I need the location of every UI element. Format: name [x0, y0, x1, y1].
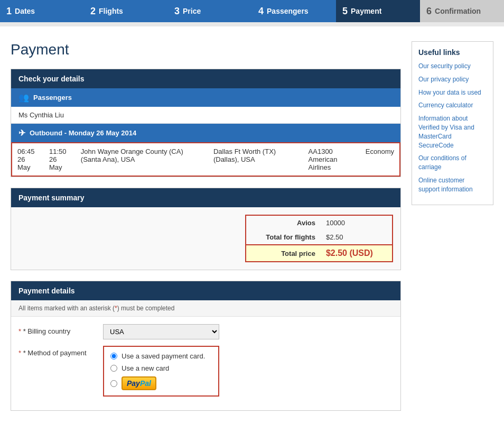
- flight-num: AA1300: [309, 148, 333, 155]
- form-area: * * Billing country USA United Kingdom C…: [11, 317, 400, 410]
- step-payment[interactable]: 5 Payment: [336, 0, 420, 22]
- flight-class: Economy: [360, 143, 400, 176]
- flight-row: 06:45 26 May 11:50 26 May John Wayne Ora…: [12, 143, 400, 176]
- arr-time: 11:50: [49, 148, 67, 155]
- outbound-subheader: ✈ Outbound - Monday 26 May 2014: [11, 124, 400, 142]
- main-container: Payment Check your details 👥 Passengers …: [0, 31, 504, 421]
- avios-row: Avios 10000: [246, 216, 392, 230]
- step-passengers[interactable]: 4 Passengers: [252, 0, 336, 22]
- passengers-label: Passengers: [33, 94, 72, 102]
- step-label-price: Price: [183, 7, 201, 15]
- avios-value: 10000: [321, 216, 392, 230]
- scroll-hint: [0, 22, 504, 26]
- payment-radio-group: Use a saved payment card. Use a new card: [103, 346, 219, 397]
- arr-time-date: 11:50 26 May: [44, 143, 76, 176]
- step-num-3: 3: [174, 6, 180, 17]
- payment-summary-box: Payment summary Avios 10000 Total for fl…: [11, 188, 401, 270]
- summary-table: Avios 10000 Total for flights $2.50 Tota…: [246, 216, 392, 261]
- step-label-passengers: Passengers: [267, 7, 309, 15]
- step-label-dates: Dates: [15, 7, 35, 15]
- passengers-subheader: 👥 Passengers: [11, 88, 400, 107]
- sidebar-title: Useful links: [418, 48, 487, 57]
- step-confirmation[interactable]: 6 Confirmation: [420, 0, 504, 22]
- paypal-option: PayPal: [110, 376, 212, 390]
- total-price-row: Total price $2.50 (USD): [246, 245, 392, 261]
- sidebar-link-data-usage[interactable]: How your data is used: [418, 88, 487, 97]
- payment-details-header: Payment details: [11, 281, 400, 300]
- passenger-name: Ms Cynthia Liu: [18, 111, 64, 119]
- billing-country-row: * * Billing country USA United Kingdom C…: [18, 324, 393, 339]
- saved-card-radio[interactable]: [110, 353, 117, 360]
- step-num-5: 5: [342, 6, 348, 17]
- saved-card-label: Use a saved payment card.: [122, 352, 205, 360]
- sidebar-link-verified[interactable]: Information about Verified by Visa and M…: [418, 114, 487, 150]
- sidebar-link-security[interactable]: Our security policy: [418, 62, 487, 71]
- airline: American Airlines: [309, 155, 338, 171]
- payment-method-row: * * Method of payment Use a saved paymen…: [18, 346, 393, 397]
- paypal-radio[interactable]: [110, 380, 117, 387]
- step-num-4: 4: [258, 6, 264, 17]
- total-flights-value: $2.50: [321, 230, 392, 245]
- step-label-flights: Flights: [99, 7, 123, 15]
- paypal-label: PayPal: [122, 376, 156, 390]
- passenger-name-row: Ms Cynthia Liu: [11, 107, 400, 124]
- content-area: Payment Check your details 👥 Passengers …: [11, 41, 401, 421]
- total-price-label: Total price: [246, 245, 321, 261]
- summary-inner: Avios 10000 Total for flights $2.50 Tota…: [245, 215, 393, 262]
- flight-info: AA1300 American Airlines: [303, 143, 360, 176]
- total-flights-row: Total for flights $2.50: [246, 230, 392, 245]
- step-num-2: 2: [90, 6, 96, 17]
- sidebar-link-privacy[interactable]: Our privacy policy: [418, 75, 487, 84]
- billing-country-label: * * Billing country: [18, 324, 103, 335]
- asterisk-note: All items marked with an asterisk (*) mu…: [11, 300, 400, 317]
- sidebar-link-support[interactable]: Online customer support information: [418, 176, 487, 194]
- payment-method-label: * * Method of payment: [18, 346, 103, 357]
- step-flights[interactable]: 2 Flights: [84, 0, 168, 22]
- arr-date: 26 May: [49, 155, 62, 171]
- origin-airport: John Wayne Orange County (CA) (Santa Ana…: [76, 143, 208, 176]
- payment-method-control: Use a saved payment card. Use a new card: [103, 346, 393, 397]
- step-num-1: 1: [6, 6, 12, 17]
- avios-label: Avios: [246, 216, 321, 230]
- outbound-label: Outbound - Monday 26 May 2014: [30, 129, 136, 137]
- sidebar: Useful links Our security policy Our pri…: [412, 41, 493, 421]
- sidebar-link-conditions[interactable]: Our conditions of carriage: [418, 154, 487, 172]
- asterisk-note-end: ) must be completed: [117, 305, 175, 312]
- summary-content: Avios 10000 Total for flights $2.50 Tota…: [11, 207, 400, 270]
- check-details-header: Check your details: [11, 69, 400, 88]
- billing-country-select[interactable]: USA United Kingdom Canada Australia: [103, 324, 219, 339]
- dest-airport: Dallas Ft Worth (TX) (Dallas), USA: [208, 143, 303, 176]
- progress-bar: 1 Dates 2 Flights 3 Price 4 Passengers 5…: [0, 0, 504, 22]
- check-details-box: Check your details 👥 Passengers Ms Cynth…: [11, 69, 401, 177]
- step-num-6: 6: [426, 6, 432, 17]
- step-label-confirmation: Confirmation: [435, 7, 481, 15]
- step-label-payment: Payment: [351, 7, 381, 15]
- new-card-label: Use a new card: [122, 364, 169, 372]
- dep-date: 26 May: [17, 155, 31, 171]
- new-card-radio[interactable]: [110, 365, 117, 372]
- dep-time: 06:45: [17, 148, 35, 155]
- flight-table: 06:45 26 May 11:50 26 May John Wayne Ora…: [11, 142, 400, 177]
- new-card-option: Use a new card: [110, 364, 212, 372]
- billing-country-control: USA United Kingdom Canada Australia: [103, 324, 393, 339]
- passengers-icon: 👥: [18, 93, 29, 103]
- step-dates[interactable]: 1 Dates: [0, 0, 84, 22]
- step-price[interactable]: 3 Price: [168, 0, 252, 22]
- saved-card-option: Use a saved payment card.: [110, 352, 212, 360]
- payment-summary-header: Payment summary: [11, 188, 400, 207]
- sidebar-link-currency[interactable]: Currency calculator: [418, 101, 487, 110]
- payment-details-box: Payment details All items marked with an…: [11, 281, 401, 411]
- plane-icon: ✈: [18, 128, 25, 138]
- paypal-button: PayPal: [122, 376, 156, 390]
- sidebar-box: Useful links Our security policy Our pri…: [412, 41, 493, 205]
- dep-time-date: 06:45 26 May: [12, 143, 44, 176]
- page-title: Payment: [11, 41, 401, 58]
- asterisk-note-text: All items marked with an asterisk (: [18, 305, 115, 312]
- total-flights-label: Total for flights: [246, 230, 321, 245]
- total-price-value: $2.50 (USD): [321, 245, 392, 261]
